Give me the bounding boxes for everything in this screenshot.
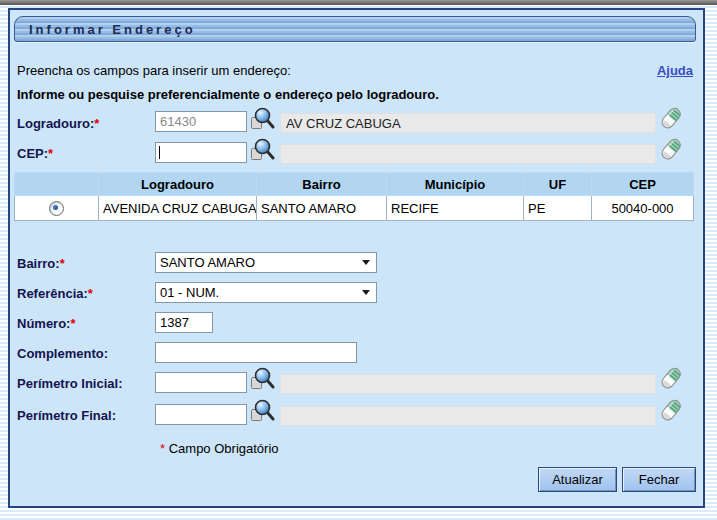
cep-input[interactable]: [155, 142, 247, 163]
required-asterisk: *: [88, 286, 93, 301]
numero-input[interactable]: [155, 312, 213, 333]
col-cep: CEP: [592, 173, 694, 196]
cell-bairro: SANTO AMARO: [257, 196, 387, 221]
complemento-label: Complemento:: [17, 346, 108, 361]
dialog-title-bar: Informar Endereço: [14, 16, 696, 42]
table-row: AVENIDA CRUZ CABUGA SANTO AMARO RECIFE P…: [15, 196, 694, 221]
perimetro-inicial-input[interactable]: [155, 372, 247, 393]
cell-uf: PE: [524, 196, 592, 221]
logradouro-search-button[interactable]: [249, 107, 275, 133]
referencia-select[interactable]: 01 - NUM.: [155, 282, 377, 303]
search-icon: [249, 367, 275, 393]
cep-clear-button[interactable]: [659, 136, 685, 162]
perimetro-final-input[interactable]: [155, 404, 247, 425]
numero-label: Número:*: [17, 316, 76, 331]
logradouro-label: Logradouro:*: [17, 116, 99, 131]
col-municipio: Município: [387, 173, 524, 196]
complemento-input[interactable]: [155, 342, 357, 363]
chevron-down-icon: [362, 290, 370, 295]
atualizar-button[interactable]: Atualizar: [538, 467, 617, 492]
eraser-icon: [659, 105, 685, 131]
logradouro-code-input[interactable]: [155, 111, 247, 132]
fechar-button[interactable]: Fechar: [622, 467, 696, 492]
perimetro-final-clear-button[interactable]: [659, 397, 685, 423]
logradouro-clear-button[interactable]: [659, 105, 685, 131]
table-header-row: Logradouro Bairro Município UF CEP: [15, 173, 694, 196]
required-asterisk: *: [60, 256, 65, 271]
cell-cep: 50040-000: [592, 196, 694, 221]
col-uf: UF: [524, 173, 592, 196]
search-icon: [249, 107, 275, 133]
eraser-icon: [659, 136, 685, 162]
sub-instruction-text: Informe ou pesquise preferencialmente o …: [17, 87, 439, 102]
address-results-table: Logradouro Bairro Município UF CEP AVENI…: [14, 172, 694, 221]
eraser-icon: [659, 365, 685, 391]
perimetro-final-name-field: [280, 406, 656, 426]
logradouro-name-field: AV CRUZ CABUGA: [280, 113, 656, 133]
bairro-selected-value: SANTO AMARO: [156, 255, 362, 270]
cep-label: CEP:*: [17, 146, 53, 161]
perimetro-inicial-name-field: [280, 374, 656, 394]
required-asterisk: *: [70, 316, 75, 331]
referencia-selected-value: 01 - NUM.: [156, 285, 362, 300]
cell-logradouro: AVENIDA CRUZ CABUGA: [99, 196, 257, 221]
cep-name-field: [280, 144, 656, 164]
required-asterisk: *: [160, 441, 165, 456]
bairro-select[interactable]: SANTO AMARO: [155, 252, 377, 273]
referencia-label: Referência:*: [17, 286, 93, 301]
informar-endereco-dialog: Informar Endereço Preencha os campos par…: [8, 8, 705, 508]
eraser-icon: [659, 397, 685, 423]
dialog-title: Informar Endereço: [15, 22, 196, 37]
row-select-radio[interactable]: [49, 201, 64, 216]
col-logradouro: Logradouro: [99, 173, 257, 196]
instruction-text: Preencha os campos para inserir um ender…: [17, 63, 291, 78]
col-bairro: Bairro: [257, 173, 387, 196]
text-caret: [159, 146, 160, 159]
required-asterisk: *: [94, 116, 99, 131]
bairro-label: Bairro:*: [17, 256, 65, 271]
perimetro-final-label: Perímetro Final:: [17, 408, 116, 423]
search-icon: [249, 399, 275, 425]
chevron-down-icon: [362, 260, 370, 265]
cep-search-button[interactable]: [249, 138, 275, 164]
help-link[interactable]: Ajuda: [657, 63, 693, 78]
perimetro-inicial-label: Perímetro Inicial:: [17, 376, 122, 391]
search-icon: [249, 138, 275, 164]
col-select: [15, 173, 99, 196]
browser-edge-strip: [0, 0, 717, 5]
required-asterisk: *: [48, 146, 53, 161]
perimetro-inicial-clear-button[interactable]: [659, 365, 685, 391]
cell-municipio: RECIFE: [387, 196, 524, 221]
required-field-note: * Campo Obrigatório: [160, 441, 279, 456]
perimetro-inicial-search-button[interactable]: [249, 367, 275, 393]
perimetro-final-search-button[interactable]: [249, 399, 275, 425]
